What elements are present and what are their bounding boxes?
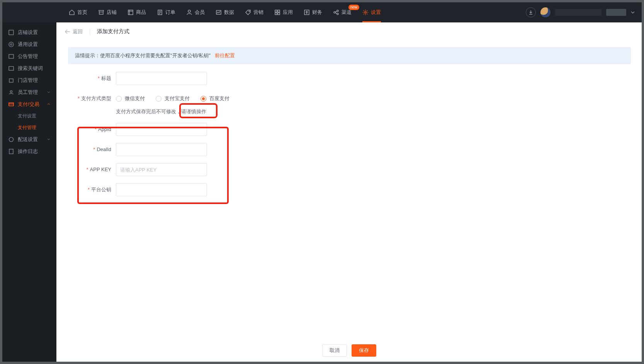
shop-icon: [8, 30, 14, 35]
nav-finance[interactable]: 财务: [304, 2, 322, 22]
tag-icon: [245, 9, 251, 15]
nav-goods[interactable]: 商品: [127, 2, 146, 22]
radio-label: 支付宝支付: [165, 95, 190, 102]
payment-icon: [8, 102, 14, 107]
side-search-keyword[interactable]: 搜索关键词: [2, 62, 56, 74]
svg-rect-0: [128, 10, 133, 15]
side-store-manage[interactable]: 门店管理: [2, 74, 56, 86]
svg-rect-23: [9, 149, 13, 154]
radio-label: 百度支付: [209, 95, 229, 102]
order-icon: [157, 9, 163, 15]
cancel-button[interactable]: 取消: [322, 344, 347, 357]
svg-rect-8: [278, 13, 280, 15]
new-badge: new: [348, 5, 359, 10]
member-icon: [186, 9, 192, 15]
side-sub-label: 支付管理: [18, 124, 36, 131]
side-payment[interactable]: 支付/交易: [2, 98, 56, 110]
radio-group-type: 微信支付 支付宝支付 百度支付: [116, 92, 229, 105]
dealid-input[interactable]: [116, 143, 207, 156]
footer: 取消 保存: [56, 340, 642, 362]
page-head: 返回 添加支付方式: [56, 22, 642, 41]
side-label: 门店管理: [18, 77, 38, 84]
side-label: 操作日志: [18, 148, 38, 155]
gear-icon: [8, 42, 14, 47]
gear-icon: [362, 9, 369, 15]
side-label: 支付/交易: [18, 101, 39, 108]
tip-link[interactable]: 前往配置: [215, 53, 235, 58]
nav-member[interactable]: 会员: [186, 2, 205, 22]
side-log[interactable]: 操作日志: [2, 145, 56, 157]
back-label: 返回: [73, 28, 83, 35]
main: 返回 添加支付方式 温情提示：使用百度小程序支付需要先配置"开发者公钥/私钥" …: [56, 22, 642, 362]
divider: [90, 29, 90, 35]
top-right: [526, 7, 635, 17]
data-icon: [216, 9, 222, 15]
chevron-down-icon[interactable]: [631, 11, 635, 14]
label-title: *标题: [68, 72, 111, 85]
side-label: 公告管理: [18, 53, 38, 60]
channel-icon: [333, 9, 339, 15]
radio-alipay[interactable]: 支付宝支付: [156, 95, 190, 102]
side-label: 配送设置: [18, 136, 38, 143]
save-button[interactable]: 保存: [352, 344, 376, 357]
nav-marketing[interactable]: 营销: [245, 2, 263, 22]
nav-order[interactable]: 订单: [157, 2, 175, 22]
store-icon: [8, 78, 14, 83]
staff-icon: [8, 90, 14, 95]
svg-rect-14: [9, 30, 14, 35]
side-general-settings[interactable]: 通用设置: [2, 38, 56, 50]
side-delivery-settings[interactable]: 配送设置: [2, 133, 56, 145]
appid-input[interactable]: [116, 123, 207, 136]
nav-label: 数据: [224, 2, 234, 22]
goods-icon: [127, 9, 134, 15]
download-button[interactable]: [526, 7, 536, 17]
nav-channel[interactable]: 渠道new: [333, 2, 352, 22]
appkey-input[interactable]: [116, 163, 207, 176]
side-shop-settings[interactable]: 店铺设置: [2, 26, 56, 38]
svg-point-2: [188, 10, 190, 12]
svg-point-12: [337, 13, 338, 15]
svg-rect-5: [275, 10, 277, 12]
chevron-down-icon: [47, 91, 50, 93]
nav-shop[interactable]: 店铺: [98, 2, 117, 22]
back-button[interactable]: 返回: [65, 28, 83, 35]
side-sub-pay-manage[interactable]: 支付管理: [2, 122, 56, 133]
top-nav: 首页 店铺 商品 订单 会员 数据 营销 应用 财务 渠道new 设置: [2, 2, 642, 22]
nav-data[interactable]: 数据: [216, 2, 234, 22]
nav-label: 设置: [371, 2, 381, 22]
svg-point-20: [10, 90, 12, 92]
search-icon: [8, 66, 14, 71]
nav-home[interactable]: 首页: [69, 2, 87, 22]
side-staff-manage[interactable]: 员工管理: [2, 86, 56, 98]
title-input[interactable]: [116, 72, 207, 85]
page-title: 添加支付方式: [97, 28, 129, 35]
nav-app[interactable]: 应用: [274, 2, 293, 22]
radio-wechat[interactable]: 微信支付: [116, 95, 145, 102]
chevron-down-icon: [47, 138, 50, 140]
side-sub-label: 支付设置: [18, 113, 36, 119]
log-icon: [8, 149, 14, 154]
svg-point-22: [9, 137, 14, 141]
radio-label: 微信支付: [125, 95, 145, 102]
avatar[interactable]: [540, 7, 551, 17]
form: *标题 *支付方式类型 微信支付 支付宝支付 百度支付 支付方式保存完后不可修改…: [68, 72, 631, 196]
nav-settings[interactable]: 设置: [362, 2, 381, 22]
svg-rect-7: [275, 13, 277, 15]
svg-rect-19: [9, 79, 13, 82]
svg-point-13: [365, 12, 366, 13]
btn-label: 取消: [330, 347, 340, 354]
svg-rect-18: [9, 66, 14, 70]
help-text: 支付方式保存完后不可修改，请谨慎操作: [116, 108, 229, 115]
side-label: 搜索关键词: [18, 65, 43, 72]
side-label: 通用设置: [18, 41, 38, 48]
side-announce[interactable]: 公告管理: [2, 50, 56, 62]
radio-icon: [201, 96, 206, 102]
radio-baidu[interactable]: 百度支付: [201, 95, 229, 102]
side-label: 员工管理: [18, 89, 38, 96]
btn-label: 保存: [359, 347, 369, 354]
nav-label: 店铺: [107, 2, 117, 22]
svg-rect-17: [9, 54, 14, 58]
content: 温情提示：使用百度小程序支付需要先配置"开发者公钥/私钥" 前往配置 *标题 *…: [56, 41, 642, 340]
pubkey-input[interactable]: [116, 183, 207, 196]
side-sub-pay-settings[interactable]: 支付设置: [2, 110, 56, 122]
